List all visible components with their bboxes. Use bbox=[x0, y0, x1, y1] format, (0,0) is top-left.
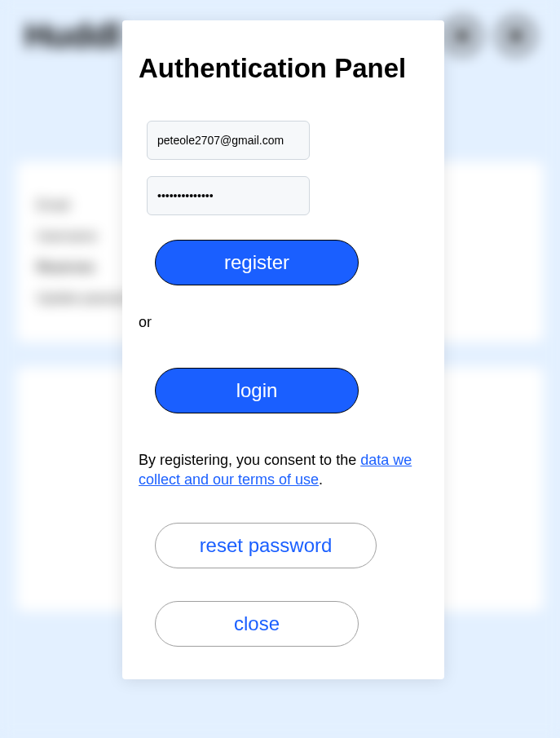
bg-logo: Huddl bbox=[24, 16, 121, 55]
bg-icon-2 bbox=[496, 16, 536, 55]
reset-password-button[interactable]: reset password bbox=[155, 523, 377, 568]
close-button[interactable]: close bbox=[155, 601, 359, 647]
bg-icon-1 bbox=[443, 16, 482, 55]
modal-title: Authentication Panel bbox=[139, 53, 428, 84]
consent-suffix: . bbox=[319, 471, 323, 488]
login-button[interactable]: login bbox=[155, 368, 359, 413]
authentication-panel: Authentication Panel register or login B… bbox=[122, 20, 444, 679]
password-input[interactable] bbox=[147, 176, 310, 215]
consent-prefix: By registering, you consent to the bbox=[139, 452, 360, 468]
or-separator: or bbox=[139, 314, 428, 331]
register-button[interactable]: register bbox=[155, 240, 359, 285]
consent-text: By registering, you consent to the data … bbox=[139, 450, 428, 490]
email-input[interactable] bbox=[147, 121, 310, 160]
